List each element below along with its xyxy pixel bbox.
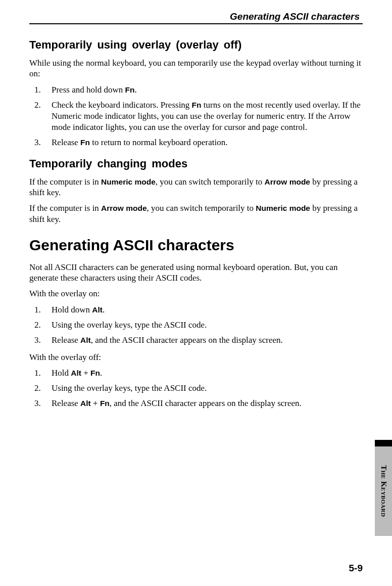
step-text: Release bbox=[52, 138, 80, 147]
step-number: 2. bbox=[34, 383, 41, 394]
list-item: 2. Check the keyboard indicators. Pressi… bbox=[29, 100, 363, 133]
list-item: 3. Release Alt + Fn, and the ASCII chara… bbox=[29, 398, 363, 409]
overlay-off-label: With the overlay off: bbox=[29, 352, 363, 363]
text: If the computer is in bbox=[29, 177, 101, 187]
step-number: 3. bbox=[34, 335, 41, 346]
step-text: Check the keyboard indicators. Pressing bbox=[52, 100, 192, 110]
text: , you can switch temporarily to bbox=[156, 177, 265, 187]
key-name: Alt bbox=[80, 399, 91, 408]
list-item: 3. Release Fn to return to normal keyboa… bbox=[29, 137, 363, 148]
section3-title: Generating ASCII characters bbox=[29, 237, 363, 254]
running-head: Generating ASCII characters bbox=[29, 11, 363, 22]
step-text: . bbox=[100, 368, 102, 378]
text: If the computer is in bbox=[29, 203, 101, 213]
overlay-off-steps: 1. Hold Alt + Fn. 2. Using the overlay k… bbox=[29, 368, 363, 409]
step-text: Hold down bbox=[52, 305, 92, 314]
step-number: 3. bbox=[34, 137, 41, 148]
list-item: 2. Using the overlay keys, type the ASCI… bbox=[29, 320, 363, 331]
section2-p1: If the computer is in Numeric mode, you … bbox=[29, 176, 363, 198]
step-number: 1. bbox=[34, 368, 41, 379]
key-name: Fn bbox=[100, 399, 110, 408]
side-tab-marker bbox=[375, 440, 392, 446]
key-name: Alt bbox=[92, 305, 103, 314]
list-item: 3. Release Alt, and the ASCII character … bbox=[29, 335, 363, 346]
step-text: Release bbox=[52, 335, 80, 345]
step-text: + bbox=[91, 398, 100, 408]
key-name: Fn bbox=[125, 85, 134, 94]
section2-p2: If the computer is in Arrow mode, you ca… bbox=[29, 203, 363, 224]
list-item: 2. Using the overlay keys, type the ASCI… bbox=[29, 383, 363, 394]
header-rule bbox=[29, 23, 363, 24]
step-text: Release bbox=[52, 398, 80, 408]
section1-steps: 1. Press and hold down Fn. 2. Check the … bbox=[29, 84, 363, 148]
section3-intro: Not all ASCII characters can be generate… bbox=[29, 262, 363, 284]
step-text: Using the overlay keys, type the ASCII c… bbox=[52, 320, 207, 330]
step-text: , and the ASCII character appears on the… bbox=[110, 398, 302, 408]
side-tab-body: The Keyboard bbox=[375, 446, 392, 536]
list-item: 1. Press and hold down Fn. bbox=[29, 84, 363, 96]
step-text: to return to normal keyboard operation. bbox=[90, 138, 227, 147]
step-text: Press and hold down bbox=[52, 85, 125, 95]
side-tab-label: The Keyboard bbox=[379, 465, 388, 517]
key-name: Fn bbox=[80, 138, 90, 147]
section2-title: Temporarily changing modes bbox=[29, 157, 363, 170]
side-tab: The Keyboard bbox=[375, 440, 392, 536]
step-number: 1. bbox=[34, 304, 41, 315]
step-text: , and the ASCII character appears on the… bbox=[91, 335, 283, 345]
mode-name: Arrow mode bbox=[265, 177, 310, 186]
text: , you can switch temporarily to bbox=[147, 203, 256, 213]
mode-name: Numeric mode bbox=[101, 177, 156, 186]
mode-name: Arrow mode bbox=[101, 204, 146, 212]
overlay-on-steps: 1. Hold down Alt. 2. Using the overlay k… bbox=[29, 304, 363, 346]
section1-title: Temporarily using overlay (overlay off) bbox=[29, 38, 363, 52]
step-text: + bbox=[81, 368, 90, 378]
list-item: 1. Hold Alt + Fn. bbox=[29, 368, 363, 379]
overlay-on-label: With the overlay on: bbox=[29, 288, 363, 299]
key-name: Fn bbox=[90, 369, 100, 377]
step-text: Hold bbox=[52, 368, 71, 378]
step-number: 3. bbox=[34, 398, 41, 409]
page-number: 5-9 bbox=[349, 563, 363, 574]
step-text: . bbox=[103, 305, 105, 314]
section1-intro: While using the normal keyboard, you can… bbox=[29, 58, 363, 79]
step-number: 2. bbox=[34, 320, 41, 331]
key-name: Alt bbox=[71, 369, 81, 377]
step-number: 2. bbox=[34, 100, 41, 111]
step-number: 1. bbox=[34, 84, 41, 96]
step-text: . bbox=[134, 85, 136, 95]
step-text: Using the overlay keys, type the ASCII c… bbox=[52, 383, 207, 393]
list-item: 1. Hold down Alt. bbox=[29, 304, 363, 315]
key-name: Alt bbox=[80, 336, 91, 344]
key-name: Fn bbox=[192, 101, 202, 109]
mode-name: Numeric mode bbox=[256, 204, 310, 212]
